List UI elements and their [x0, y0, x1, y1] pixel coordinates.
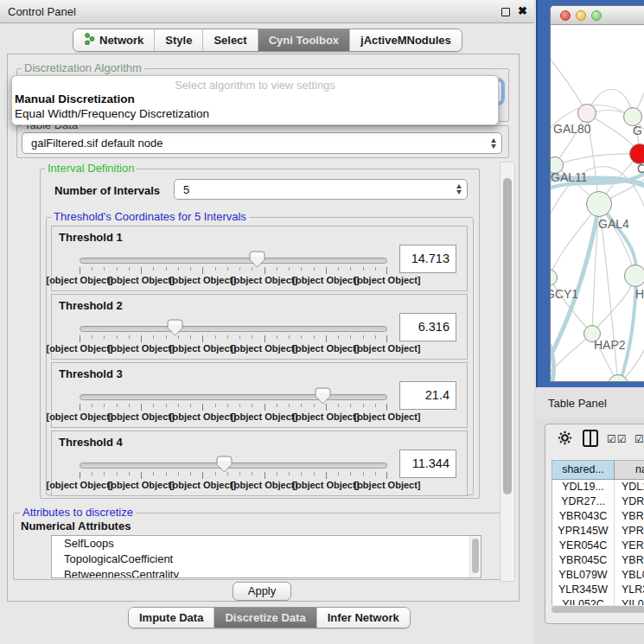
apply-button[interactable]: Apply: [233, 582, 291, 601]
slider-thumb[interactable]: [249, 251, 265, 268]
settings-scrollbar-thumb[interactable]: [503, 178, 512, 494]
slider-thumb[interactable]: [216, 456, 233, 473]
tab-impute-data[interactable]: Impute Data: [129, 608, 214, 628]
table-row[interactable]: YLR345W YLR3: [552, 583, 644, 597]
network-node[interactable]: [577, 104, 596, 123]
cell-name[interactable]: YDL1: [615, 480, 644, 494]
tab-label: Style: [165, 34, 192, 47]
cell-shared-name[interactable]: YBR045C: [552, 553, 615, 568]
control-panel-titlebar: Control Panel ✖: [0, 0, 534, 23]
slider-track[interactable]: [80, 258, 387, 264]
attr-items: SelfLoopsTopologicalCoefficientBetweenne…: [52, 536, 481, 578]
num-intervals-combobox[interactable]: 5: [174, 179, 468, 200]
tab-label: Select: [214, 34, 246, 47]
algorithm-dropdown-popup: Select algorithm to view settings Manual…: [11, 75, 499, 125]
table-row[interactable]: YDL19... YDL1: [552, 480, 644, 494]
axis-tick-label: [object Object]: [169, 275, 236, 285]
cell-shared-name[interactable]: YLR345W: [552, 583, 615, 597]
columns-icon[interactable]: [583, 430, 598, 447]
threshold-value-field[interactable]: 21.4: [399, 381, 456, 410]
cell-name[interactable]: YBR0: [615, 553, 644, 568]
tab-style[interactable]: Style: [154, 29, 202, 51]
axis-tick-label: [object Object]: [292, 480, 359, 490]
node-label: GAL11: [551, 170, 588, 184]
cell-name[interactable]: YPR1: [615, 524, 644, 539]
combo-stepper-icon: [491, 133, 496, 153]
slider-thumb[interactable]: [315, 387, 331, 405]
threshold-value-field[interactable]: 11.344: [399, 450, 456, 478]
column-header-shared-name[interactable]: shared...: [552, 461, 615, 480]
cell-name[interactable]: YER0: [615, 539, 644, 553]
slider-track[interactable]: [80, 394, 387, 400]
table-hscrollbar-thumb[interactable]: [552, 606, 644, 613]
slider[interactable]: [80, 462, 387, 469]
control-panel-tabs: Network Style Select Cyni Toolbox jActiv…: [73, 29, 462, 52]
tab-infer-network[interactable]: Infer Network: [316, 608, 410, 628]
cell-shared-name[interactable]: YDR27...: [552, 494, 615, 509]
float-window-icon[interactable]: [501, 8, 510, 16]
table-row[interactable]: YDR27... YDR2: [552, 494, 644, 509]
cell-name[interactable]: YBL0: [615, 568, 644, 583]
table-row[interactable]: YBL079W YBL0: [552, 568, 644, 583]
slider-track[interactable]: [80, 462, 387, 469]
algorithm-option-manual[interactable]: Manual Discretization: [15, 92, 135, 105]
table-rows: YDL19... YDL1 YDR27... YDR2 YBR043C YBR0…: [552, 480, 644, 612]
network-canvas[interactable]: GAL80GCGAL11GAL4GCY1HHAP2: [551, 25, 644, 382]
close-icon[interactable]: ✖: [518, 4, 527, 17]
node-label: H: [635, 287, 644, 301]
algorithm-placeholder: Select algorithm to view settings: [12, 79, 498, 92]
column-header-name[interactable]: na: [615, 461, 644, 480]
attributes-scrollbar[interactable]: [469, 536, 481, 577]
tab-jactivemnodules[interactable]: jActiveMNodules: [349, 29, 462, 51]
algorithm-option-equal-width[interactable]: Equal Width/Frequency Discretization: [15, 107, 209, 120]
slider-ticks-major: [80, 267, 387, 274]
tab-label: Network: [99, 34, 143, 47]
cell-name[interactable]: YLR3: [615, 583, 644, 597]
slider[interactable]: [80, 258, 387, 264]
threshold-value-field[interactable]: 14.713: [399, 245, 456, 273]
network-node[interactable]: [586, 191, 612, 217]
tab-network[interactable]: Network: [73, 29, 154, 51]
attributes-scrollbar-thumb[interactable]: [472, 539, 479, 573]
thresholds-list: Threshold 1 [object: [46, 217, 474, 495]
checkbox-icons[interactable]: ☑☑: [607, 433, 628, 445]
cell-shared-name[interactable]: YDL19...: [552, 480, 615, 494]
tab-discretize-data[interactable]: Discretize Data: [214, 608, 316, 628]
tab-select[interactable]: Select: [202, 29, 257, 51]
axis-tick-label: [object Object]: [292, 411, 359, 422]
zoom-traffic-light[interactable]: [591, 10, 602, 21]
cell-shared-name[interactable]: YER054C: [552, 539, 615, 553]
cell-name[interactable]: YBR0: [615, 509, 644, 524]
settings-scrollbar[interactable]: [500, 162, 515, 582]
slider-thumb[interactable]: [167, 319, 183, 336]
tab-label: Infer Network: [328, 611, 399, 624]
cell-shared-name[interactable]: YPR145W: [552, 524, 615, 539]
attribute-item[interactable]: SelfLoops: [52, 536, 481, 552]
close-traffic-light[interactable]: [560, 10, 571, 21]
cell-shared-name[interactable]: YBL079W: [552, 568, 615, 583]
attribute-item[interactable]: TopologicalCoefficient: [52, 552, 481, 567]
table-row[interactable]: YBR045C YBR0: [552, 553, 644, 568]
slider[interactable]: [80, 326, 387, 332]
minimize-traffic-light[interactable]: [576, 10, 586, 21]
cell-name[interactable]: YDR2: [615, 494, 644, 509]
table-row[interactable]: YBR043C YBR0: [552, 509, 644, 524]
network-window-frame: GAL80GCGAL11GAL4GCY1HHAP2: [536, 0, 644, 387]
slider-ticks-major: [80, 472, 387, 479]
attribute-item[interactable]: BetweennessCentrality: [52, 567, 481, 578]
table-data-combobox[interactable]: galFiltered.sif default node: [22, 132, 502, 154]
tab-cyni-toolbox[interactable]: Cyni Toolbox: [258, 29, 349, 51]
cell-shared-name[interactable]: YBR043C: [552, 509, 615, 524]
attributes-group-title: Attributes to discretize: [20, 506, 136, 519]
checkbox-icon-partial[interactable]: ☑: [634, 433, 644, 445]
table-row[interactable]: YPR145W YPR1: [552, 524, 644, 539]
node-label: GAL80: [553, 122, 591, 136]
threshold-row: Threshold 2 [object: [51, 294, 468, 360]
slider[interactable]: [80, 394, 387, 400]
table-hscrollbar[interactable]: [550, 605, 644, 614]
table-row[interactable]: YER054C YER0: [552, 539, 644, 553]
gear-icon[interactable]: [558, 430, 572, 449]
network-node[interactable]: [624, 265, 644, 287]
slider-track[interactable]: [80, 326, 387, 332]
threshold-value-field[interactable]: 6.316: [399, 313, 456, 341]
